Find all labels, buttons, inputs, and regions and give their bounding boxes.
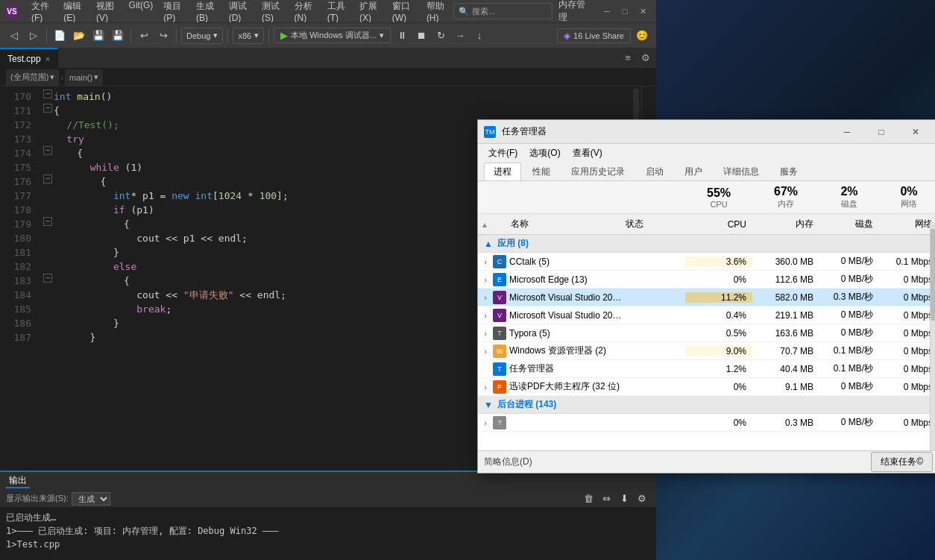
tm-close-button[interactable]: ✕	[898, 120, 933, 144]
row-expand-icon[interactable]: ›	[478, 257, 493, 266]
table-row[interactable]: › W Windows 资源管理器 (2) 9.0% 70.7 MB 0.1 M…	[478, 342, 935, 360]
tm-end-task-button[interactable]: 结束任务©	[871, 452, 933, 472]
menu-view[interactable]: 视图(V)	[92, 0, 123, 25]
breadcrumb-scope[interactable]: (全局范围) ▾	[6, 69, 59, 86]
tab-test-cpp[interactable]: Test.cpp ×	[0, 48, 58, 68]
toolbar-back[interactable]: ◁	[6, 28, 22, 44]
tm-col-disk[interactable]: 磁盘	[819, 218, 879, 230]
toolbar-step-into[interactable]: ↓	[471, 28, 488, 44]
debug-config-dropdown[interactable]: Debug ▾	[181, 28, 223, 44]
minimize-button[interactable]: ─	[599, 4, 614, 19]
tm-tab-startup[interactable]: 启动	[636, 163, 673, 180]
menu-project[interactable]: 项目(P)	[159, 0, 190, 25]
toolbar-save-all[interactable]: 💾	[110, 28, 126, 44]
breadcrumb-separator: ›	[60, 73, 63, 82]
menu-window[interactable]: 窗口(W)	[388, 0, 421, 25]
toolbar-step-over[interactable]: →	[452, 28, 468, 44]
menu-tools[interactable]: 工具(T)	[323, 0, 353, 25]
collapse-icon[interactable]: −	[43, 89, 52, 98]
platform-dropdown[interactable]: x86 ▾	[233, 28, 264, 44]
menu-file[interactable]: 文件(F)	[27, 0, 57, 25]
tm-menu-file[interactable]: 文件(F)	[484, 145, 522, 161]
toolbar-open[interactable]: 📂	[71, 28, 87, 44]
menu-test[interactable]: 测试(S)	[257, 0, 289, 25]
output-settings-button[interactable]: ⚙	[634, 491, 650, 507]
toolbar-forward[interactable]: ▷	[25, 28, 42, 44]
tm-background-section[interactable]: ▼ 后台进程 (143)	[478, 396, 935, 414]
tab-action-chevron[interactable]: ≡	[620, 51, 635, 66]
table-row[interactable]: › T Typora (5) 0.5% 163.6 MB 0 MB/秒 0 Mb…	[478, 324, 935, 342]
tm-mem-label: 内存	[778, 198, 794, 210]
tm-col-mem[interactable]: 内存	[752, 218, 819, 230]
tm-col-status[interactable]: 状态	[626, 218, 685, 230]
tab-action-gear[interactable]: ⚙	[638, 51, 653, 66]
output-scroll-button[interactable]: ⬇	[616, 491, 632, 507]
menu-extensions[interactable]: 扩展(X)	[355, 0, 386, 25]
tm-minimize-button[interactable]: ─	[830, 120, 864, 144]
menu-analyze[interactable]: 分析(N)	[290, 0, 321, 25]
tm-tab-details[interactable]: 详细信息	[714, 163, 769, 180]
tm-tab-history[interactable]: 应用历史记录	[561, 163, 635, 180]
collapse-icon-3[interactable]: −	[43, 146, 52, 155]
menu-edit[interactable]: 编辑(E)	[59, 0, 90, 25]
tm-tab-performance[interactable]: 性能	[523, 163, 560, 180]
breadcrumb-function[interactable]: main() ▾	[65, 69, 103, 86]
table-row[interactable]: › C CCtalk (5) 3.6% 360.0 MB 0 MB/秒 0.1 …	[478, 253, 935, 271]
run-button[interactable]: ▶ 本地 Windows 调试器... ▾	[274, 28, 391, 43]
tm-tab-users[interactable]: 用户	[675, 163, 712, 180]
table-row[interactable]: › ? 0% 0.3 MB 0 MB/秒 0 Mbps	[478, 414, 935, 432]
toolbar-save[interactable]: 💾	[90, 28, 107, 44]
tm-tab-processes[interactable]: 进程	[484, 163, 521, 180]
table-row[interactable]: › P 迅读PDF大师主程序 (32 位) 0% 9.1 MB 0 MB/秒 0…	[478, 378, 935, 396]
close-button[interactable]: ✕	[635, 4, 650, 19]
breadcrumb-function-value: main()	[69, 73, 92, 82]
tm-col-cpu[interactable]: CPU	[685, 219, 752, 230]
collapse-icon-2[interactable]: −	[43, 104, 52, 113]
tm-memory-usage: 67% 内存	[752, 181, 819, 213]
menu-debug[interactable]: 调试(D)	[224, 0, 256, 25]
row-expand-icon[interactable]: ›	[478, 418, 493, 427]
menu-build[interactable]: 生成(B)	[192, 0, 223, 25]
toolbar-feedback[interactable]: 😊	[634, 28, 650, 44]
row-expand-icon[interactable]: ›	[478, 293, 493, 302]
row-expand-icon[interactable]: ›	[478, 329, 493, 338]
collapse-icon-6[interactable]: −	[43, 274, 52, 283]
tm-menu-view[interactable]: 查看(V)	[568, 145, 607, 161]
menu-help[interactable]: 帮助(H)	[422, 0, 453, 25]
toolbar-attach[interactable]: ⏸	[394, 28, 410, 44]
tm-col-net[interactable]: 网络	[879, 218, 935, 230]
toolbar-new[interactable]: 📄	[51, 28, 68, 44]
row-expand-icon[interactable]: ›	[478, 347, 493, 356]
table-row[interactable]: T 任务管理器 1.2% 40.4 MB 0.1 MB/秒 0 Mbps	[478, 360, 935, 378]
table-row[interactable]: › V Microsoft Visual Studio 2019... 11.2…	[478, 289, 935, 306]
row-expand-icon[interactable]: ›	[478, 311, 493, 320]
tm-list-scrollbar[interactable]	[930, 235, 935, 450]
tm-maximize-button[interactable]: □	[864, 120, 898, 144]
menu-git[interactable]: Git(G)	[125, 0, 158, 25]
output-tab[interactable]: 输出	[6, 474, 30, 488]
output-source-select[interactable]: 生成	[72, 492, 110, 506]
tm-menu-options[interactable]: 选项(O)	[525, 145, 564, 161]
tm-summary[interactable]: 简略信息(D)	[484, 456, 532, 468]
table-row[interactable]: › E Microsoft Edge (13) 0% 112.6 MB 0 MB…	[478, 271, 935, 289]
toolbar-restart[interactable]: ↻	[432, 28, 449, 44]
tm-tab-services[interactable]: 服务	[770, 163, 808, 180]
collapse-icon-5[interactable]: −	[43, 217, 52, 226]
output-wrap-button[interactable]: ⇔	[598, 491, 614, 507]
row-expand-icon[interactable]: ›	[478, 383, 493, 391]
vs-search-box[interactable]: 🔍 搜索...	[453, 3, 552, 19]
tm-apps-section[interactable]: ▲ 应用 (8)	[478, 235, 935, 253]
toolbar-stop[interactable]: ⏹	[413, 28, 429, 44]
maximize-button[interactable]: □	[617, 4, 632, 19]
tm-list-scrollbar-thumb[interactable]	[931, 235, 935, 321]
table-row[interactable]: › V Microsoft Visual Studio 2019... 0.4%…	[478, 306, 935, 324]
live-share-button[interactable]: ◈ 16 Live Share	[557, 28, 631, 43]
toolbar-redo[interactable]: ↪	[155, 28, 171, 44]
output-clear-button[interactable]: 🗑	[580, 491, 596, 507]
collapse-icon-4[interactable]: −	[43, 174, 52, 183]
tm-col-name[interactable]: 名称	[493, 218, 626, 230]
tab-close-icon[interactable]: ×	[45, 54, 50, 63]
row-expand-icon[interactable]: ›	[478, 275, 493, 284]
toolbar-undo[interactable]: ↩	[136, 28, 152, 44]
title-bar-right: 🔍 搜索... 内存管理 ─ □ ✕	[453, 0, 650, 24]
